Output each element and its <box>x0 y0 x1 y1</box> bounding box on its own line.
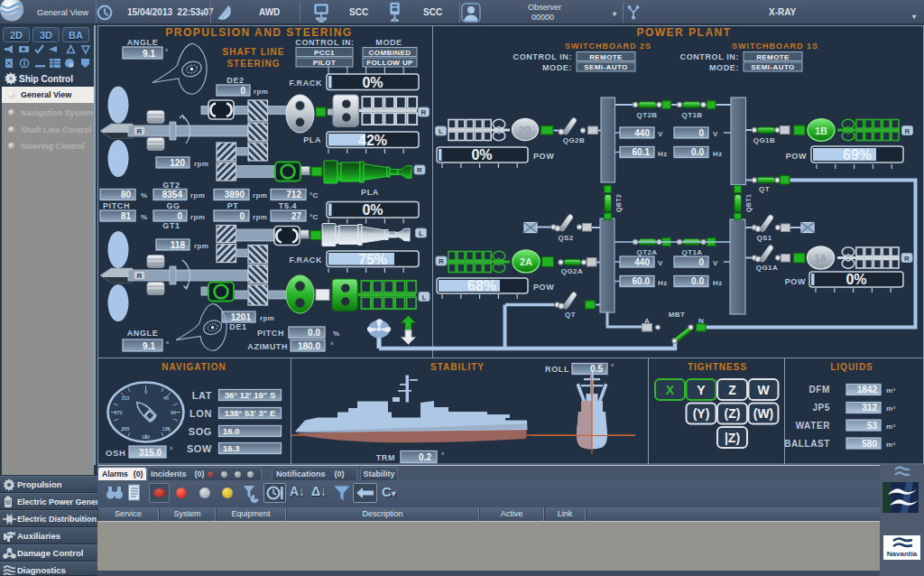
svg-text:QG1A: QG1A <box>756 264 778 272</box>
svg-text:SEMI-AUTO: SEMI-AUTO <box>584 63 627 71</box>
svg-text:225: 225 <box>121 426 129 432</box>
svg-text:138° 53' 3" E: 138° 53' 3" E <box>225 408 276 418</box>
svg-text:°C: °C <box>310 213 319 221</box>
svg-text:0%: 0% <box>362 202 383 218</box>
svg-text:440: 440 <box>634 257 650 267</box>
svg-text:X: X <box>666 383 675 397</box>
svg-text:580: 580 <box>862 439 877 449</box>
svg-text:QT: QT <box>759 185 770 193</box>
svg-text:312: 312 <box>862 403 877 413</box>
svg-text:QT2A: QT2A <box>637 248 658 256</box>
svg-text:SWITCHBOARD 2S: SWITCHBOARD 2S <box>565 42 651 51</box>
svg-text:°: ° <box>166 340 170 348</box>
svg-text:118: 118 <box>171 240 186 250</box>
svg-text:V: V <box>713 130 718 138</box>
svg-text:QBT1: QBT1 <box>745 194 753 212</box>
svg-text:ROLL: ROLL <box>545 365 569 374</box>
svg-text:0: 0 <box>698 257 704 267</box>
svg-text:REMOTE: REMOTE <box>756 53 790 61</box>
svg-text:QT: QT <box>565 311 576 319</box>
svg-text:rpm: rpm <box>194 160 208 168</box>
svg-text:2B: 2B <box>519 125 531 135</box>
svg-text:Y: Y <box>697 383 706 397</box>
svg-text:CONTROL IN:: CONTROL IN: <box>680 52 739 61</box>
svg-text:rpm: rpm <box>253 191 267 200</box>
svg-text:MBT: MBT <box>669 311 686 319</box>
svg-text:PCC1: PCC1 <box>314 49 335 57</box>
svg-text:0: 0 <box>144 389 147 395</box>
svg-text:TRM: TRM <box>376 453 395 462</box>
svg-text:60.0: 60.0 <box>633 276 651 286</box>
svg-text:0.0: 0.0 <box>308 328 320 338</box>
svg-text:rpm: rpm <box>194 242 208 250</box>
svg-text:0.0: 0.0 <box>691 147 704 157</box>
svg-text:1201: 1201 <box>231 312 252 322</box>
svg-text:53: 53 <box>867 421 878 431</box>
svg-text:QT1A: QT1A <box>682 248 703 256</box>
svg-text:9.1: 9.1 <box>143 341 155 351</box>
svg-text:JP5: JP5 <box>812 403 830 413</box>
svg-text:V: V <box>658 130 663 138</box>
svg-text:PILOT: PILOT <box>313 59 337 67</box>
svg-text:QT2B: QT2B <box>637 111 658 119</box>
svg-text:R: R <box>904 255 910 263</box>
svg-text:R: R <box>417 166 422 174</box>
svg-text:27: 27 <box>291 211 302 221</box>
svg-text:R: R <box>137 272 143 280</box>
svg-text:MODE:: MODE: <box>542 63 572 72</box>
svg-text:V: V <box>658 259 663 267</box>
svg-text:0%: 0% <box>362 75 383 90</box>
svg-text:L: L <box>419 229 423 237</box>
svg-text:0%: 0% <box>845 272 866 287</box>
svg-text:STABILITY: STABILITY <box>430 362 485 372</box>
svg-text:rpm: rpm <box>260 314 274 322</box>
svg-text:0.0: 0.0 <box>691 276 704 286</box>
svg-text:MODE: MODE <box>375 38 402 47</box>
svg-text:R: R <box>421 108 427 116</box>
svg-text:9.1: 9.1 <box>143 49 155 59</box>
svg-text:LAT: LAT <box>192 390 212 401</box>
svg-text:Hz: Hz <box>658 150 668 158</box>
svg-text:8354: 8354 <box>162 190 183 200</box>
svg-text:ANGLE: ANGLE <box>127 38 159 47</box>
svg-text:(W): (W) <box>753 406 774 421</box>
svg-text:270: 270 <box>114 410 122 415</box>
svg-text:0: 0 <box>240 86 245 96</box>
svg-text:0: 0 <box>698 128 704 138</box>
svg-text:POWER PLANT: POWER PLANT <box>636 26 731 39</box>
svg-text:SHAFT LINE: SHAFT LINE <box>223 47 285 57</box>
svg-text:GT1: GT1 <box>162 221 180 230</box>
svg-text:135: 135 <box>162 426 170 432</box>
svg-text:%: % <box>333 330 340 338</box>
svg-text:R: R <box>905 127 910 135</box>
svg-text:OSH: OSH <box>106 448 125 458</box>
svg-text:Z: Z <box>728 383 736 397</box>
svg-text:°C: °C <box>310 191 319 200</box>
svg-text:180: 180 <box>142 434 150 440</box>
svg-text:3890: 3890 <box>225 190 245 200</box>
svg-text:m³: m³ <box>886 441 896 449</box>
svg-text:CONTROL IN:: CONTROL IN: <box>295 38 354 47</box>
svg-text:AZIMUTH: AZIMUTH <box>247 342 288 351</box>
svg-text:POW: POW <box>533 152 554 161</box>
svg-text:TIGHTNESS: TIGHTNESS <box>688 362 747 372</box>
svg-text:F.RACK: F.RACK <box>289 79 322 88</box>
svg-text:FOLLOW UP: FOLLOW UP <box>366 59 413 67</box>
svg-text:QG1B: QG1B <box>753 136 775 144</box>
svg-text:PITCH: PITCH <box>257 329 284 338</box>
svg-text:QG2A: QG2A <box>561 267 583 275</box>
svg-text:PROPULSION AND STEERING: PROPULSION AND STEERING <box>165 26 352 39</box>
svg-text:STEERING: STEERING <box>226 59 280 69</box>
svg-text:|Z): |Z) <box>725 431 740 445</box>
svg-text:1A: 1A <box>814 253 827 264</box>
svg-text:QG2B: QG2B <box>563 136 585 144</box>
svg-text:QS2: QS2 <box>558 234 573 242</box>
svg-text:Hz: Hz <box>713 279 723 287</box>
svg-text:80: 80 <box>121 190 132 200</box>
svg-text:GG: GG <box>166 201 180 210</box>
svg-text:L: L <box>439 127 443 135</box>
svg-text:0.2: 0.2 <box>419 452 431 462</box>
svg-text:LIQUIDS: LIQUIDS <box>830 362 873 372</box>
svg-text:rpm: rpm <box>190 213 205 221</box>
svg-text:QS1: QS1 <box>756 234 772 242</box>
